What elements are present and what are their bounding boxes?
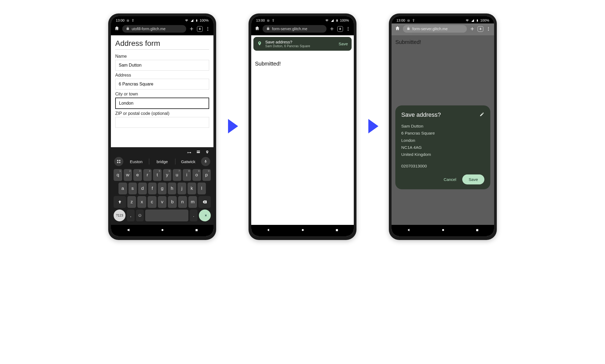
key-q[interactable]: q1 [114,169,122,181]
period-key[interactable]: . [190,210,198,221]
key-k[interactable]: k [188,183,196,194]
url-bar[interactable]: form-server.glitch.me [403,25,467,33]
address-line: 6 Pancras Square [401,130,484,137]
name-input[interactable] [115,60,209,71]
key-c[interactable]: c [148,196,157,208]
shift-key[interactable] [114,196,126,208]
snackbar-subtitle: Sam Dutton, 6 Pancras Square [265,44,335,48]
key-s[interactable]: s [128,183,137,194]
new-tab-icon[interactable] [329,26,335,32]
key-y[interactable]: y6 [163,169,172,181]
address-input[interactable] [115,79,209,90]
key-b[interactable]: b [168,196,177,208]
key-z[interactable]: z [127,196,136,208]
tab-count[interactable]: 8 [337,26,343,32]
phone-frame: 13:00 ⦻ ⇪ 100% form-server.glitch.me [249,13,356,240]
svg-point-18 [488,29,489,29]
comma-key[interactable]: , [127,210,135,221]
snackbar-save-button[interactable]: Save [339,42,348,46]
wifi-icon [185,19,189,22]
arrow-icon [364,115,381,138]
dnd-icon: ⦻ [407,18,410,22]
svg-rect-3 [197,150,200,153]
name-label: Name [115,54,209,59]
key-x[interactable]: x [137,196,146,208]
key-g[interactable]: g [158,183,166,194]
battery-icon [195,19,198,22]
key-i[interactable]: i8 [183,169,191,181]
card-icon[interactable] [196,150,201,155]
key-m[interactable]: m [188,196,197,208]
new-tab-icon[interactable] [189,26,194,32]
nav-back-icon[interactable] [407,228,411,233]
location-icon[interactable] [205,150,209,155]
battery-icon [336,19,338,22]
nav-back-icon[interactable] [126,228,130,233]
key-n[interactable]: n [178,196,187,208]
mic-icon[interactable] [201,157,210,166]
key-h[interactable]: h [168,183,176,194]
svg-point-19 [488,30,489,31]
key-j[interactable]: j [178,183,186,194]
url-bar[interactable]: utofill-form.glitch.me [122,25,186,33]
key-v[interactable]: v [158,196,167,208]
enter-key[interactable] [199,210,211,221]
key-u[interactable]: u7 [173,169,181,181]
suggestion[interactable]: Gatwick [176,158,200,166]
svg-rect-16 [336,229,338,231]
nav-home-icon[interactable] [441,228,445,233]
password-icon[interactable]: ⊶ [187,150,191,155]
emoji-key[interactable]: ☺ [136,210,144,221]
city-input[interactable] [115,98,209,109]
key-d[interactable]: d [138,183,147,194]
space-key[interactable] [145,210,188,221]
address-line: NC1A 4AG [401,144,484,151]
key-w[interactable]: w2 [124,169,132,181]
key-p[interactable]: p0 [202,169,211,181]
key-a[interactable]: a [118,183,127,194]
keyboard-settings-icon[interactable] [114,157,123,166]
lock-icon [407,27,410,31]
key-e[interactable]: e3 [133,169,142,181]
key-l[interactable]: l [198,183,206,194]
svg-rect-7 [117,162,118,163]
more-icon[interactable] [346,26,351,31]
more-icon[interactable] [205,26,210,31]
phone-frame: 13:00 ⦻ ⇪ 100% utofill-form.glitch.me [108,13,216,240]
nav-home-icon[interactable] [161,228,164,233]
home-icon[interactable] [254,26,260,32]
home-icon[interactable] [395,26,400,32]
tab-count[interactable]: 8 [478,26,483,32]
key-f[interactable]: f [148,183,157,194]
key-t[interactable]: t5 [153,169,162,181]
edit-icon[interactable] [480,112,484,118]
key-o[interactable]: o9 [192,169,201,181]
status-time: 13:00 [256,18,265,22]
tab-count[interactable]: 8 [197,26,203,32]
symbols-key[interactable]: ?123 [114,210,125,221]
url-text: form-server.glitch.me [412,27,448,31]
zip-input[interactable] [115,117,209,128]
save-button[interactable]: Save [462,174,484,184]
address-line: United Kingdom [401,151,484,158]
url-bar[interactable]: form-server.glitch.me [263,25,327,33]
dialog-title: Save address? [401,111,441,118]
nav-back-icon[interactable] [267,228,270,233]
home-icon[interactable] [114,26,120,32]
status-bar: 13:00 ⦻ ⇪ 100% [392,16,494,23]
cast-icon: ⇪ [272,18,275,22]
phone-frame: 13:00 ⦻ ⇪ 100% form-server.glitch.me [389,13,497,240]
backspace-key[interactable] [198,196,211,208]
status-time: 13:00 [396,18,405,22]
nav-home-icon[interactable] [301,228,305,233]
nav-recents-icon[interactable] [195,228,198,233]
cancel-button[interactable]: Cancel [444,177,456,182]
battery-icon [476,19,479,22]
key-r[interactable]: r4 [143,169,152,181]
suggestion[interactable]: Euston [124,158,148,166]
suggestion[interactable]: bridge [150,158,174,166]
new-tab-icon[interactable] [470,26,475,32]
nav-recents-icon[interactable] [335,228,339,233]
nav-recents-icon[interactable] [475,228,479,233]
more-icon[interactable] [486,26,491,31]
